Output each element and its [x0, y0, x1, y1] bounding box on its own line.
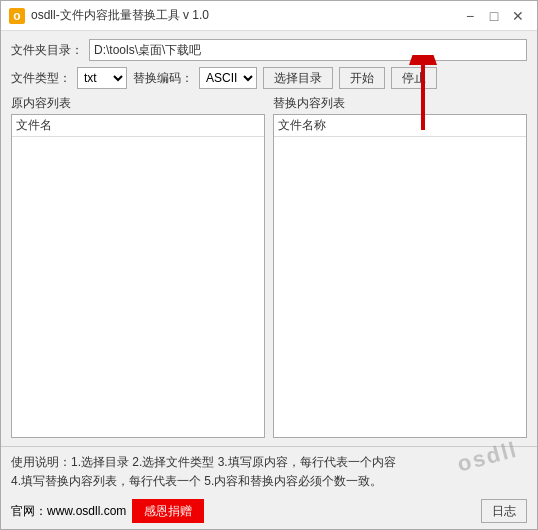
encoding-label: 替换编码： — [133, 70, 193, 87]
main-window: o osdll-文件内容批量替换工具 v 1.0 − □ ✕ 文件夹目录： 文件… — [0, 0, 538, 530]
original-sub-label: 文件名 — [12, 115, 264, 137]
replace-panel: 替换内容列表 文件名称 — [273, 95, 527, 438]
arrow-indicator — [393, 55, 453, 138]
title-controls: − □ ✕ — [459, 5, 529, 27]
original-panel-label: 原内容列表 — [11, 95, 265, 112]
folder-label: 文件夹目录： — [11, 42, 83, 59]
title-bar-left: o osdll-文件内容批量替换工具 v 1.0 — [9, 7, 209, 24]
maximize-button[interactable]: □ — [483, 5, 505, 27]
replace-content-textarea[interactable] — [274, 137, 526, 437]
bottom-bar: 官网：www.osdll.com 感恩捐赠 日志 — [1, 495, 537, 529]
main-content: 文件夹目录： 文件类型： txt 替换编码： ASCII 选择目录 开始 停止 — [1, 31, 537, 446]
file-type-label: 文件类型： — [11, 70, 71, 87]
file-type-select[interactable]: txt — [77, 67, 127, 89]
folder-path-input[interactable] — [89, 39, 527, 61]
donate-button[interactable]: 感恩捐赠 — [132, 499, 204, 523]
original-panel: 原内容列表 文件名 — [11, 95, 265, 438]
app-icon: o — [9, 8, 25, 24]
log-button[interactable]: 日志 — [481, 499, 527, 523]
title-bar: o osdll-文件内容批量替换工具 v 1.0 − □ ✕ — [1, 1, 537, 31]
usage-text-line1: 使用说明：1.选择目录 2.选择文件类型 3.填写原内容，每行代表一个内容 — [11, 453, 527, 472]
minimize-button[interactable]: − — [459, 5, 481, 27]
window-title: osdll-文件内容批量替换工具 v 1.0 — [31, 7, 209, 24]
close-button[interactable]: ✕ — [507, 5, 529, 27]
panels-row: 原内容列表 文件名 替换内容列表 文件名称 — [11, 95, 527, 438]
start-button[interactable]: 开始 — [339, 67, 385, 89]
original-content-textarea[interactable] — [12, 137, 264, 437]
select-dir-button[interactable]: 选择目录 — [263, 67, 333, 89]
website-label: 官网：www.osdll.com — [11, 503, 126, 520]
encoding-select[interactable]: ASCII — [199, 67, 257, 89]
usage-section: 使用说明：1.选择目录 2.选择文件类型 3.填写原内容，每行代表一个内容 4.… — [1, 446, 537, 495]
usage-text-line2: 4.填写替换内容列表，每行代表一个 5.内容和替换内容必须个数一致。 — [11, 472, 527, 491]
